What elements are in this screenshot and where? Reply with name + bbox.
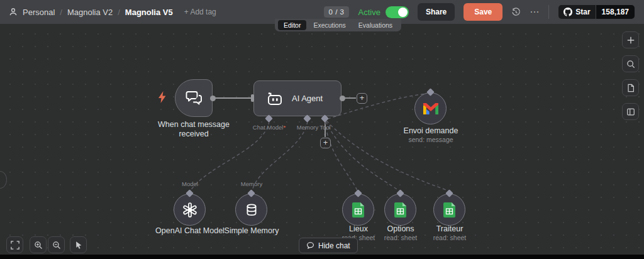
zoom-in-button[interactable] bbox=[30, 236, 47, 253]
sticky-note-button[interactable] bbox=[622, 79, 639, 96]
port-label-chat-model: Chat Model* bbox=[244, 124, 294, 131]
node-sublabel-traiteur: read: sheet bbox=[425, 234, 475, 241]
trigger-output-port[interactable] bbox=[210, 96, 216, 101]
add-node-button[interactable] bbox=[622, 31, 639, 48]
add-tool-plus-button[interactable]: + bbox=[320, 138, 331, 148]
history-icon[interactable] bbox=[511, 8, 521, 17]
more-options-icon[interactable]: ⋯ bbox=[530, 6, 540, 18]
pointer-mode-button[interactable] bbox=[70, 236, 87, 253]
google-sheets-icon bbox=[394, 202, 406, 218]
gmail-icon bbox=[423, 103, 438, 114]
workflow-name[interactable]: Magnolia V5 bbox=[125, 8, 173, 17]
google-sheets-icon bbox=[352, 202, 364, 218]
node-sheet-lieux[interactable] bbox=[342, 194, 374, 226]
trigger-bolt-icon bbox=[158, 91, 167, 106]
github-star-label: Star bbox=[575, 8, 590, 16]
chat-bubble-icon bbox=[306, 241, 314, 250]
agent-input-port[interactable] bbox=[251, 94, 254, 102]
hide-chat-label: Hide chat bbox=[318, 241, 350, 250]
node-sublabel-gmail: send: message bbox=[387, 136, 475, 143]
node-sheet-options[interactable] bbox=[384, 194, 416, 226]
node-label-options: Options bbox=[375, 224, 426, 234]
node-label-traiteur: Traiteur bbox=[425, 224, 475, 234]
plus-icon bbox=[626, 36, 635, 45]
google-sheets-icon bbox=[443, 202, 455, 218]
zoom-in-icon bbox=[34, 241, 43, 250]
file-icon bbox=[626, 84, 635, 92]
breadcrumb-separator: / bbox=[60, 8, 62, 17]
panel-toggle-button[interactable] bbox=[622, 103, 639, 120]
node-label-simple-memory: Simple Memory bbox=[208, 226, 296, 236]
github-star-count[interactable]: 158,187 bbox=[596, 5, 635, 19]
required-asterisk: * bbox=[283, 124, 286, 131]
add-node-plus-button[interactable]: + bbox=[357, 93, 367, 104]
active-toggle[interactable] bbox=[386, 6, 409, 18]
breadcrumb-separator: / bbox=[118, 8, 120, 17]
port-label-tool: Tool bbox=[316, 124, 335, 131]
node-simple-memory[interactable] bbox=[235, 194, 267, 226]
breadcrumb: Personal / Magnolia V2 / Magnolia V5 + A… bbox=[9, 8, 216, 17]
share-button[interactable]: Share bbox=[418, 3, 455, 21]
active-label: Active bbox=[358, 8, 380, 17]
view-tabs: Editor Executions Evaluations bbox=[275, 19, 401, 31]
database-icon bbox=[245, 203, 258, 217]
bottom-bar bbox=[0, 255, 644, 259]
agent-output-port[interactable] bbox=[340, 96, 345, 101]
robot-icon bbox=[265, 91, 284, 106]
pointer-cursor-icon bbox=[74, 241, 83, 250]
chat-bubbles-icon bbox=[185, 90, 203, 106]
github-icon bbox=[564, 8, 572, 16]
breadcrumb-project[interactable]: Personal bbox=[23, 8, 55, 17]
node-ai-agent[interactable]: AI Agent bbox=[253, 80, 341, 116]
zoom-out-button[interactable] bbox=[48, 236, 65, 253]
node-gmail-envoi-demande[interactable] bbox=[414, 92, 447, 124]
node-label-ai-agent: AI Agent bbox=[292, 94, 323, 103]
port-label-model: Model bbox=[171, 180, 209, 187]
github-star-widget[interactable]: Star 158,187 bbox=[558, 4, 635, 19]
github-star-button[interactable]: Star bbox=[558, 5, 595, 19]
person-icon bbox=[9, 8, 18, 16]
n8n-workflow-editor: Personal / Magnolia V2 / Magnolia V5 + A… bbox=[0, 0, 644, 259]
tab-evaluations[interactable]: Evaluations bbox=[353, 20, 398, 30]
evaluation-progress-badge: 0 / 3 bbox=[324, 6, 350, 18]
search-icon bbox=[626, 60, 635, 69]
toggle-knob bbox=[398, 8, 408, 17]
node-sublabel-options: read: sheet bbox=[375, 234, 426, 241]
node-chat-trigger[interactable] bbox=[175, 79, 213, 117]
port-label-memory-top: Memory bbox=[233, 180, 270, 187]
node-label-gmail: Envoi demande bbox=[387, 126, 475, 136]
active-toggle-group: Active bbox=[358, 6, 408, 18]
node-label-trigger: When chat message received bbox=[153, 120, 235, 139]
node-openai-chat-model[interactable] bbox=[174, 194, 206, 226]
save-button[interactable]: Save bbox=[464, 3, 502, 21]
search-button[interactable] bbox=[622, 55, 639, 72]
fit-view-button[interactable] bbox=[6, 236, 23, 253]
side-panel-icon bbox=[626, 107, 635, 116]
breadcrumb-parent-workflow[interactable]: Magnolia V2 bbox=[67, 8, 113, 17]
header-actions: 0 / 3 Active Share Save ⋯ Star bbox=[324, 3, 635, 21]
openai-icon bbox=[182, 202, 198, 218]
hide-chat-button[interactable]: Hide chat bbox=[299, 238, 358, 253]
fit-view-icon bbox=[11, 241, 19, 250]
add-tag-button[interactable]: + Add tag bbox=[184, 8, 216, 16]
zoom-out-icon bbox=[52, 241, 61, 250]
tab-editor[interactable]: Editor bbox=[278, 20, 306, 30]
header-divider bbox=[548, 5, 549, 19]
node-sheet-traiteur[interactable] bbox=[433, 194, 465, 226]
tab-executions[interactable]: Executions bbox=[308, 20, 351, 30]
